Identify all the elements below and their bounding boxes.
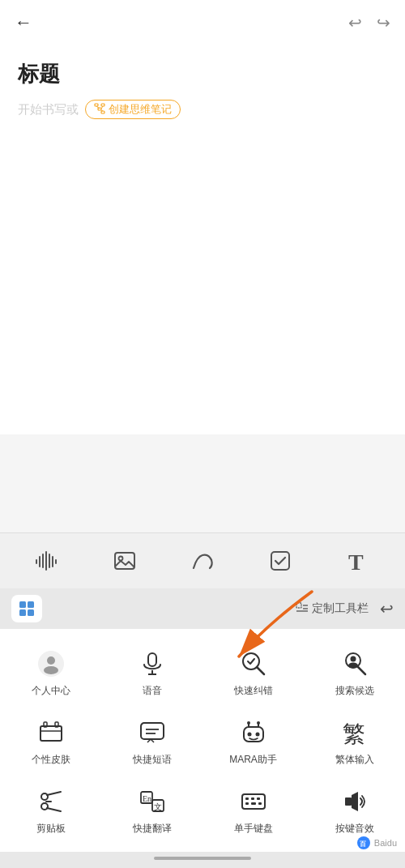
svg-rect-38	[40, 726, 62, 741]
feature-custom-skin[interactable]: 个性皮肤	[0, 706, 101, 775]
translate-icon: En 文	[137, 786, 168, 817]
image-button[interactable]	[107, 543, 143, 579]
svg-rect-22	[296, 603, 301, 608]
search-person-icon	[339, 648, 370, 679]
svg-point-35	[350, 656, 356, 662]
back-button[interactable]: ←	[15, 12, 32, 33]
svg-rect-14	[115, 553, 134, 569]
svg-rect-0	[95, 104, 98, 106]
feature-key-sound[interactable]: 按键音效	[304, 775, 405, 844]
customize-toolbar-button[interactable]: 定制工具栏	[296, 601, 369, 616]
feature-one-hand-keyboard[interactable]: 单手键盘	[202, 775, 304, 844]
voice-wave-button[interactable]	[29, 543, 65, 579]
sound-icon	[339, 786, 370, 817]
customize-toolbar-label: 定制工具栏	[312, 601, 369, 616]
feature-label-search-candidate: 搜索候选	[335, 684, 374, 698]
svg-text:繁: 繁	[343, 721, 365, 746]
features-grid: 个人中心 语音	[0, 629, 405, 852]
feature-label-custom-skin: 个性皮肤	[32, 753, 70, 767]
svg-rect-18	[19, 601, 26, 608]
svg-rect-3	[101, 111, 104, 113]
top-bar-left: ←	[15, 12, 32, 33]
feature-mara-assistant[interactable]: MARA助手	[202, 706, 304, 775]
svg-rect-68	[258, 802, 262, 805]
scissors-icon	[36, 786, 66, 817]
feature-search-candidate[interactable]: 搜索候选	[304, 637, 405, 706]
svg-rect-7	[36, 559, 37, 564]
svg-rect-62	[242, 794, 265, 809]
svg-rect-65	[257, 797, 260, 800]
feature-label-traditional-input: 繁体输入	[335, 753, 374, 767]
top-bar-right: ↩ ↪	[348, 13, 390, 32]
svg-point-46	[247, 733, 251, 737]
create-mindmap-button[interactable]: 创建思维笔记	[85, 100, 181, 119]
editor-area[interactable]: 标题 开始书写或 创建思维笔记	[0, 45, 405, 434]
svg-rect-42	[141, 723, 164, 739]
chat-box-icon	[137, 717, 168, 748]
feature-label-quick-phrase: 快捷短语	[133, 753, 172, 767]
feature-quick-translate[interactable]: En 文 快捷翻译	[101, 775, 202, 844]
feature-panel: 定制工具栏 ↩ 个人中心	[0, 588, 405, 868]
feature-label-clipboard: 剪贴板	[36, 822, 66, 836]
svg-rect-19	[28, 601, 34, 608]
svg-point-27	[47, 656, 55, 665]
feature-quick-correct[interactable]: 快速纠错	[202, 637, 304, 706]
mindmap-icon	[94, 103, 105, 117]
toolbar-row: T	[0, 532, 405, 588]
feature-clipboard[interactable]: 剪贴板	[0, 775, 101, 844]
svg-rect-69	[345, 797, 352, 806]
svg-line-33	[257, 667, 264, 674]
svg-text:En: En	[143, 794, 151, 803]
undo-button[interactable]: ↩	[348, 13, 362, 32]
feature-label-voice: 语音	[143, 684, 162, 698]
create-mindmap-label: 创建思维笔记	[109, 102, 172, 117]
feature-label-mara-assistant: MARA助手	[229, 753, 277, 767]
panel-header-right: 定制工具栏 ↩	[296, 599, 394, 618]
editor-placeholder: 开始书写或	[18, 102, 79, 118]
svg-rect-10	[45, 551, 47, 571]
checkbox-button[interactable]	[262, 543, 298, 579]
svg-rect-67	[251, 802, 256, 805]
check-search-icon	[238, 648, 269, 679]
svg-text:T: T	[348, 549, 364, 573]
keyboard-icon	[238, 786, 269, 817]
feature-label-quick-correct: 快速纠错	[234, 684, 273, 698]
svg-rect-29	[148, 653, 156, 666]
handwrite-button[interactable]	[185, 543, 220, 579]
home-indicator	[0, 852, 405, 868]
feature-personal-center[interactable]: 个人中心	[0, 637, 101, 706]
mic-icon	[137, 648, 168, 679]
feature-quick-phrase[interactable]: 快捷短语	[101, 706, 202, 775]
mara-icon	[238, 717, 269, 748]
feature-label-quick-translate: 快捷翻译	[133, 822, 172, 836]
grid-view-button[interactable]	[11, 595, 42, 622]
redo-button[interactable]: ↪	[377, 13, 390, 32]
bottom-section: T	[0, 532, 405, 868]
svg-rect-9	[42, 554, 44, 568]
svg-rect-12	[52, 556, 53, 567]
text-T-button[interactable]: T	[340, 543, 376, 579]
svg-point-36	[348, 663, 358, 669]
traditional-icon: 繁	[339, 717, 370, 748]
svg-rect-63	[245, 797, 249, 800]
panel-back-button[interactable]: ↩	[380, 599, 394, 618]
svg-line-56	[47, 808, 61, 811]
svg-rect-8	[39, 556, 40, 567]
svg-rect-66	[245, 802, 249, 805]
svg-point-51	[257, 721, 260, 725]
svg-rect-11	[49, 554, 50, 568]
svg-line-37	[358, 667, 365, 674]
svg-point-28	[44, 666, 58, 674]
svg-point-50	[247, 721, 250, 725]
skin-icon	[36, 717, 66, 748]
feature-traditional-input[interactable]: 繁 繁体输入	[304, 706, 405, 775]
editor-title: 标题	[18, 60, 387, 88]
feature-voice[interactable]: 语音	[101, 637, 202, 706]
svg-rect-1	[101, 104, 104, 106]
top-bar: ← ↩ ↪	[0, 0, 405, 45]
svg-rect-16	[271, 552, 289, 570]
panel-header: 定制工具栏 ↩	[0, 588, 405, 629]
svg-rect-64	[251, 797, 254, 800]
person-icon	[36, 648, 66, 679]
feature-label-personal-center: 个人中心	[32, 684, 70, 698]
